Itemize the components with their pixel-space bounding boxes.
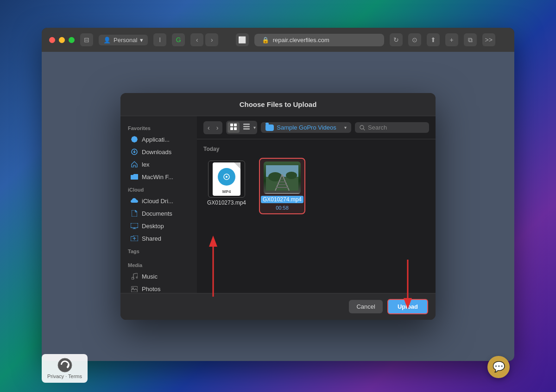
sidebar-item-label: Documents	[142, 210, 172, 217]
favorites-section-label: Favorites	[120, 122, 197, 133]
dialog-footer: Cancel Upload	[120, 293, 436, 320]
svg-rect-11	[243, 126, 250, 127]
sidebar-item-label: Photos	[142, 286, 160, 292]
home-icon	[131, 161, 138, 168]
location-breadcrumb[interactable]: Sample GoPro Videos ▾	[261, 122, 351, 133]
url-text: repair.cleverfiles.com	[273, 37, 329, 44]
sidebar-item-lex[interactable]: lex	[123, 158, 194, 170]
share-button[interactable]: ⬆	[427, 33, 440, 46]
photos-icon	[131, 285, 138, 292]
cloud-icon	[131, 197, 138, 205]
reload-button[interactable]: ↻	[390, 33, 403, 46]
sidebar-item-label: Applicati...	[142, 136, 170, 143]
svg-rect-7	[234, 124, 237, 126]
sidebar-item-documents[interactable]: Documents	[123, 207, 194, 219]
back-button[interactable]: ‹	[190, 33, 203, 46]
address-bar[interactable]: 🔒 repair.cleverfiles.com	[254, 34, 384, 46]
nav-back-button[interactable]: ‹	[205, 123, 213, 133]
page-content: Choose Files to Upload Favorites	[42, 52, 514, 361]
file-name-2: GX010274.mp4	[261, 196, 303, 203]
dialog-body: Favorites Applicati...	[120, 116, 436, 293]
reader-button[interactable]: ⊙	[408, 33, 421, 46]
chat-icon: 💬	[493, 361, 505, 373]
svg-rect-9	[234, 127, 237, 130]
view-toggle: ▾	[226, 121, 257, 134]
sidebar-toggle-button[interactable]: ⊟	[80, 33, 93, 46]
mp4-doc-icon: MP4	[213, 162, 240, 196]
files-grid: MP4 GX010273.mp4	[203, 158, 429, 214]
new-tab-button[interactable]: +	[445, 33, 458, 46]
lock-icon: 🔒	[262, 37, 269, 44]
file-item-1[interactable]: MP4 GX010273.mp4	[203, 158, 250, 214]
nav-arrows: ‹ ›	[190, 33, 218, 46]
folder-icon	[265, 124, 274, 131]
app-icon	[131, 136, 138, 143]
forward-icon: ›	[211, 36, 213, 44]
sidebar-item-label: lex	[142, 161, 150, 168]
sidebar-item-applications[interactable]: Applicati...	[123, 133, 194, 145]
sidebar-icon: ⊟	[84, 36, 89, 44]
desktop-icon	[131, 222, 138, 230]
svg-rect-6	[230, 124, 233, 126]
cancel-button[interactable]: Cancel	[349, 300, 382, 313]
sidebar-item-label: Desktop	[142, 223, 164, 230]
upload-button[interactable]: Upload	[387, 299, 428, 314]
screen-share-icon: ⬜	[236, 33, 249, 46]
sidebar-item-photos[interactable]: Photos	[123, 283, 194, 293]
close-button[interactable]	[49, 37, 55, 43]
nav-forward-button[interactable]: ›	[214, 123, 221, 133]
sidebar-item-shared[interactable]: Shared	[123, 232, 194, 244]
icon-view-button[interactable]	[227, 122, 240, 133]
address-bar-area: ⬜ 🔒 repair.cleverfiles.com ↻ ⊙ ⬆ + ⧉ >>	[224, 33, 507, 46]
view-chevron: ▾	[253, 125, 256, 130]
privacy-text: Privacy · Terms	[47, 373, 82, 379]
file-area: Today	[197, 139, 436, 293]
browser-window: ⊟ 👤 Personal ▾ I G ‹ › ⬜ 🔒	[42, 28, 514, 361]
media-section-label: Media	[120, 259, 197, 270]
id-button[interactable]: I	[153, 33, 166, 46]
minimize-button[interactable]	[59, 37, 65, 43]
search-box[interactable]: Search	[355, 122, 429, 133]
tabs-button[interactable]: ⧉	[464, 33, 477, 46]
browser-titlebar: ⊟ 👤 Personal ▾ I G ‹ › ⬜ 🔒	[42, 28, 514, 52]
file-upload-dialog: Choose Files to Upload Favorites	[120, 93, 436, 320]
sidebar-item-label: MacWin F...	[142, 174, 173, 180]
video-frame	[264, 162, 301, 194]
profile-pill[interactable]: 👤 Personal ▾	[99, 35, 148, 45]
profile-icon: 👤	[103, 37, 111, 44]
svg-rect-8	[230, 127, 233, 130]
sidebar-item-macwin[interactable]: MacWin F...	[123, 171, 194, 183]
file-duration-2: 00:58	[276, 205, 289, 211]
sidebar-item-icloud-drive[interactable]: iCloud Dri...	[123, 195, 194, 207]
file-thumbnail-2	[264, 162, 301, 194]
sidebar-item-music[interactable]: Music	[123, 270, 194, 282]
sidebar-item-desktop[interactable]: Desktop	[123, 220, 194, 232]
forward-button[interactable]: ›	[205, 33, 218, 46]
sidebar-item-label: iCloud Dri...	[142, 198, 173, 205]
file-thumbnail-1: MP4	[208, 161, 245, 198]
svg-rect-12	[243, 128, 250, 130]
svg-rect-1	[131, 223, 138, 228]
g-button[interactable]: G	[172, 33, 185, 46]
privacy-terms-badge: Privacy · Terms	[42, 354, 88, 383]
more-button[interactable]: >>	[482, 33, 495, 46]
fullscreen-button[interactable]	[69, 37, 75, 43]
sidebar-item-label: Music	[142, 273, 158, 280]
search-placeholder: Search	[368, 124, 387, 131]
location-label: Sample GoPro Videos	[277, 124, 336, 131]
search-icon	[360, 125, 365, 131]
svg-point-29	[58, 358, 72, 372]
list-view-button[interactable]	[240, 122, 253, 133]
icloud-section-label: iCloud	[120, 183, 197, 194]
file-name-1: GX010273.mp4	[207, 199, 246, 206]
toolbar: ‹ ›	[197, 116, 436, 139]
folder-icon	[131, 173, 138, 180]
chat-bubble-button[interactable]: 💬	[487, 356, 510, 378]
sidebar-item-downloads[interactable]: Downloads	[123, 146, 194, 158]
music-icon	[131, 273, 138, 280]
svg-point-20	[286, 172, 297, 179]
sidebar-item-label: Downloads	[142, 149, 171, 156]
file-item-2[interactable]: GX010274.mp4 00:58	[259, 158, 305, 214]
dialog-title: Choose Files to Upload	[120, 93, 436, 116]
location-chevron: ▾	[344, 125, 347, 130]
